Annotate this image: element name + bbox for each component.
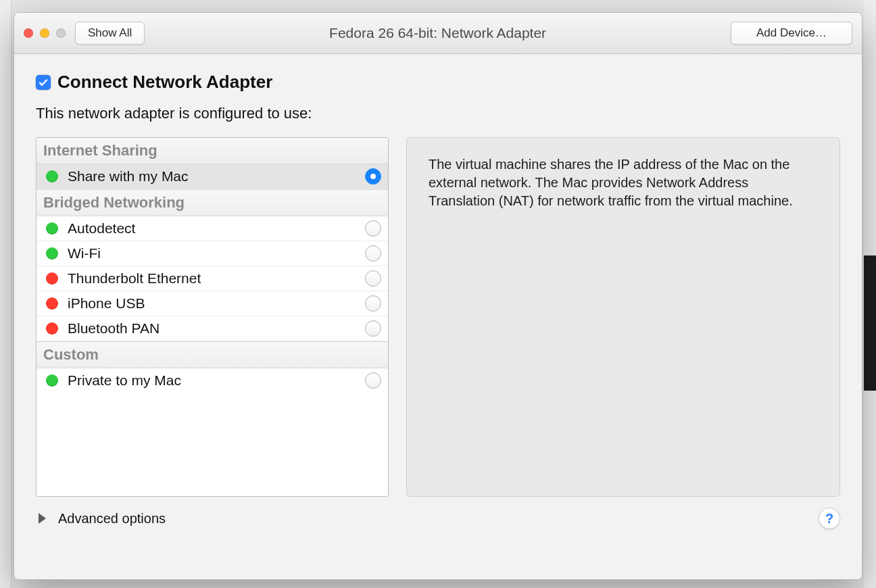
section-header: Internet Sharing	[36, 138, 388, 164]
network-mode-row[interactable]: Share with my Mac	[36, 164, 388, 189]
window-controls	[24, 28, 66, 38]
network-mode-label: Thunderbolt Ethernet	[68, 270, 365, 287]
section-header: Custom	[36, 341, 388, 368]
network-mode-radio[interactable]	[365, 168, 381, 185]
status-dot-icon	[46, 297, 58, 310]
advanced-options-toggle[interactable]: Advanced options	[58, 511, 166, 526]
show-all-button[interactable]: Show All	[75, 22, 145, 45]
network-mode-row[interactable]: Private to my Mac	[36, 368, 388, 393]
status-dot-icon	[46, 272, 58, 285]
settings-sheet: Show All Fedora 26 64-bit: Network Adapt…	[14, 12, 862, 580]
checkmark-icon	[38, 77, 49, 88]
network-mode-list: Internet SharingShare with my MacBridged…	[36, 137, 389, 497]
status-dot-icon	[46, 322, 58, 335]
titlebar: Show All Fedora 26 64-bit: Network Adapt…	[14, 13, 862, 54]
network-mode-radio[interactable]	[365, 295, 381, 312]
network-mode-label: Share with my Mac	[68, 168, 365, 185]
help-button[interactable]: ?	[819, 508, 840, 529]
window-title: Fedora 26 64-bit: Network Adapter	[145, 25, 731, 41]
network-mode-row[interactable]: Wi-Fi	[36, 241, 388, 266]
network-mode-label: Autodetect	[68, 220, 365, 237]
connect-adapter-label: Connect Network Adapter	[57, 72, 272, 93]
status-dot-icon	[46, 222, 58, 235]
status-dot-icon	[46, 247, 58, 260]
network-mode-row[interactable]: iPhone USB	[36, 291, 388, 316]
network-mode-radio[interactable]	[365, 320, 381, 337]
minimize-window-icon[interactable]	[40, 28, 49, 38]
network-mode-radio[interactable]	[365, 220, 381, 237]
network-mode-row[interactable]: Autodetect	[36, 216, 388, 241]
network-mode-row[interactable]: Thunderbolt Ethernet	[36, 266, 388, 291]
network-mode-row[interactable]: Bluetooth PAN	[36, 316, 388, 341]
network-mode-radio[interactable]	[365, 270, 381, 287]
status-dot-icon	[46, 374, 58, 387]
connect-adapter-checkbox[interactable]	[36, 75, 51, 90]
network-mode-label: iPhone USB	[68, 295, 365, 312]
network-mode-label: Wi-Fi	[68, 245, 365, 262]
network-mode-label: Bluetooth PAN	[68, 320, 365, 337]
mode-description: The virtual machine shares the IP addres…	[406, 137, 840, 497]
config-subtitle: This network adapter is configured to us…	[36, 105, 840, 122]
add-device-button[interactable]: Add Device…	[731, 22, 852, 45]
network-mode-label: Private to my Mac	[68, 372, 365, 389]
network-mode-radio[interactable]	[365, 245, 381, 262]
close-window-icon[interactable]	[24, 28, 33, 38]
status-dot-icon	[46, 170, 58, 182]
zoom-window-icon	[56, 28, 66, 38]
network-mode-radio[interactable]	[365, 372, 381, 389]
disclosure-triangle-icon[interactable]	[39, 513, 46, 524]
section-header: Bridged Networking	[36, 189, 388, 216]
